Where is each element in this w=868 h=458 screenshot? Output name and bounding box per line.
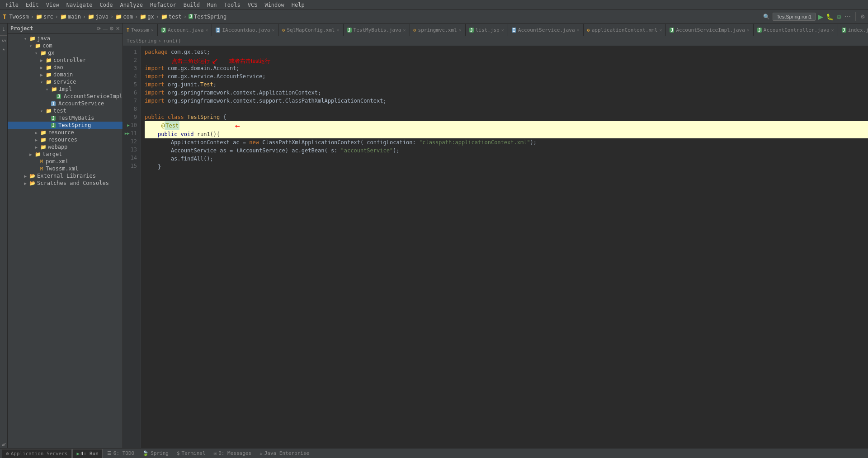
menu-run[interactable]: Run — [203, 1, 221, 9]
tab-close-twossm[interactable]: ✕ — [151, 28, 154, 33]
expand-arrow-webapp[interactable]: ▶ — [35, 145, 40, 150]
expand-arrow-target[interactable]: ▶ — [29, 152, 35, 157]
expand-arrow-controller[interactable]: ▶ — [40, 58, 46, 63]
tree-item-test[interactable]: ▾ 📁 test — [8, 107, 123, 114]
tab-spring[interactable]: 🍃 Spring — [139, 449, 172, 458]
hide-panel-button[interactable]: ✕ — [116, 26, 120, 32]
tab-close-appctx1[interactable]: ✕ — [659, 28, 662, 33]
menu-tools[interactable]: Tools — [221, 1, 244, 9]
tree-item-testspring[interactable]: J TestSpring — [8, 122, 123, 129]
expand-arrow-dao[interactable]: ▶ — [40, 65, 46, 70]
menu-help[interactable]: Help — [288, 1, 308, 9]
tab-close-sqlmapconfig[interactable]: ✕ — [336, 28, 339, 33]
tab-close-accountserviceimpl[interactable]: ✕ — [747, 28, 750, 33]
collapse-button[interactable]: — — [103, 26, 108, 32]
tab-account[interactable]: J Account.java ✕ — [158, 24, 212, 36]
tab-sqlmapconfig[interactable]: ⚙ SqlMapConfig.xml ✕ — [278, 24, 343, 36]
settings-icon[interactable]: ⚙ — [860, 14, 865, 20]
tree-item-gx[interactable]: ▾ 📁 gx — [8, 49, 123, 57]
web-tab[interactable]: W — [0, 442, 7, 448]
menu-code[interactable]: Code — [96, 1, 117, 9]
expand-arrow-resource[interactable]: ▶ — [35, 130, 40, 135]
breadcrumb-com: com — [123, 14, 133, 20]
menu-refactor[interactable]: Refactor — [146, 1, 180, 9]
expand-arrow-impl[interactable]: ▾ — [46, 87, 51, 92]
tab-icon-testmybatis: J — [347, 28, 352, 33]
run-button[interactable]: ▶ — [818, 13, 823, 20]
tab-messages[interactable]: ✉ 0: Messages — [210, 449, 255, 458]
expand-arrow-domain[interactable]: ▶ — [40, 72, 46, 77]
tab-listjsp[interactable]: J list.jsp ✕ — [466, 24, 508, 36]
tab-close-accountcontroller[interactable]: ✕ — [831, 28, 834, 33]
tab-todo[interactable]: ☰ 6: TODO — [104, 449, 138, 458]
breadcrumb-testspring: TestSpring — [127, 38, 156, 44]
tab-close-accountservice[interactable]: ✕ — [577, 28, 580, 33]
tab-appctx1[interactable]: ⚙ applicationContext.xml ✕ — [584, 24, 666, 36]
code-editor[interactable]: 12345 6789 ▶10 ▶▶11 12131415 package com… — [123, 46, 868, 448]
tab-java-enterprise[interactable]: ☕ Java Enterprise — [256, 449, 313, 458]
tree-item-target[interactable]: ▶ 📁 target — [8, 151, 123, 158]
tree-item-impl[interactable]: ▾ 📁 Impl — [8, 85, 123, 93]
code-content[interactable]: package com.gx.test; import com.gx.domai… — [141, 46, 868, 448]
tab-appserv-icon: ⚙ — [6, 451, 9, 457]
tab-accountservice[interactable]: I AccountService.java ✕ — [508, 24, 584, 36]
project-sidebar-tab[interactable]: 1 — [1, 25, 5, 33]
tree-item-pom[interactable]: M pom.xml — [8, 158, 123, 165]
tab-application-servers[interactable]: ⚙ Application Servers — [2, 449, 71, 458]
tree-item-accountservice[interactable]: I AccountService — [8, 100, 123, 107]
search-icon[interactable]: 🔍 — [763, 14, 770, 20]
tab-springmvc[interactable]: ⚙ springmvc.xml ✕ — [410, 24, 466, 36]
tab-terminal[interactable]: $ Terminal — [173, 449, 209, 458]
debug-button[interactable]: 🐛 — [826, 13, 834, 20]
favorites-tab[interactable]: ★ — [0, 45, 7, 53]
tree-item-testmybatis[interactable]: J TestMyBatis — [8, 114, 123, 122]
tree-item-domain[interactable]: ▶ 📁 domain — [8, 71, 123, 78]
expand-arrow-gx[interactable]: ▾ — [35, 51, 40, 56]
menu-analyze[interactable]: Analyze — [116, 1, 146, 9]
expand-arrow-service[interactable]: ▾ — [40, 80, 46, 85]
tree-item-dao[interactable]: ▶ 📁 dao — [8, 64, 123, 71]
tab-close-springmvc[interactable]: ✕ — [459, 28, 462, 33]
tab-accountcontroller[interactable]: J AccountController.java ✕ — [754, 24, 838, 36]
menu-build[interactable]: Build — [180, 1, 203, 9]
expand-arrow-com[interactable]: ▾ — [29, 43, 35, 48]
menu-navigate[interactable]: Navigate — [63, 1, 96, 9]
tree-item-accountserviceimpl[interactable]: J AccountServiceImpl — [8, 93, 123, 100]
menu-file[interactable]: File — [2, 1, 22, 9]
tab-accountserviceimpl[interactable]: J AccountServiceImpl.java ✕ — [666, 24, 753, 36]
run-with-coverage[interactable]: ⊕ — [836, 13, 842, 20]
tab-close-listjsp[interactable]: ✕ — [501, 28, 504, 33]
more-run-options[interactable]: ⋯ — [844, 13, 851, 20]
expand-arrow-java[interactable]: ▾ — [24, 36, 29, 41]
expand-arrow-resources[interactable]: ▶ — [35, 137, 40, 142]
tree-item-scratches[interactable]: ▶ 📂 Scratches and Consoles — [8, 179, 123, 187]
tree-item-twossm-xml[interactable]: M Twossm.xml — [8, 165, 123, 172]
tree-item-controller[interactable]: ▶ 📁 controller — [8, 57, 123, 64]
tab-twossm[interactable]: T Twossm ✕ — [123, 24, 158, 36]
tab-close-iaccountdao[interactable]: ✕ — [272, 28, 274, 33]
menu-vcs[interactable]: VCS — [244, 1, 261, 9]
structure-tab[interactable]: S — [0, 38, 7, 44]
tree-item-webapp[interactable]: ▶ 📁 webapp — [8, 143, 123, 151]
expand-arrow-extlibs[interactable]: ▶ — [24, 174, 29, 179]
tab-indexjsp[interactable]: J index.jsp ✕ — [838, 24, 868, 36]
menu-edit[interactable]: Edit — [22, 1, 42, 9]
expand-arrow-scratches[interactable]: ▶ — [24, 181, 29, 186]
run-config-selector[interactable]: TestSpring.run1 — [773, 13, 816, 21]
tab-run-bottom[interactable]: ▶ 4: Run — [72, 449, 102, 458]
gear-button[interactable]: ⚙ — [109, 26, 114, 32]
tab-close-account[interactable]: ✕ — [205, 28, 208, 33]
menu-view[interactable]: View — [42, 1, 63, 9]
expand-arrow-test[interactable]: ▾ — [40, 109, 46, 113]
tree-item-java[interactable]: ▾ 📁 java — [8, 35, 123, 42]
tree-item-service[interactable]: ▾ 📁 service — [8, 78, 123, 85]
menu-window[interactable]: Window — [261, 1, 288, 9]
tree-item-resources[interactable]: ▶ 📁 resources — [8, 136, 123, 143]
tree-item-resource[interactable]: ▶ 📁 resource — [8, 129, 123, 136]
tab-iaccountdao[interactable]: I IAccountdao.java ✕ — [212, 24, 278, 36]
tab-close-testmybatis[interactable]: ✕ — [403, 28, 406, 33]
sync-button[interactable]: ⟳ — [97, 26, 101, 32]
tab-testmybatis[interactable]: J TestMyBatis.java ✕ — [344, 24, 410, 36]
tree-item-com[interactable]: ▾ 📁 com — [8, 42, 123, 49]
tree-item-external-libs[interactable]: ▶ 📂 External Libraries — [8, 172, 123, 179]
